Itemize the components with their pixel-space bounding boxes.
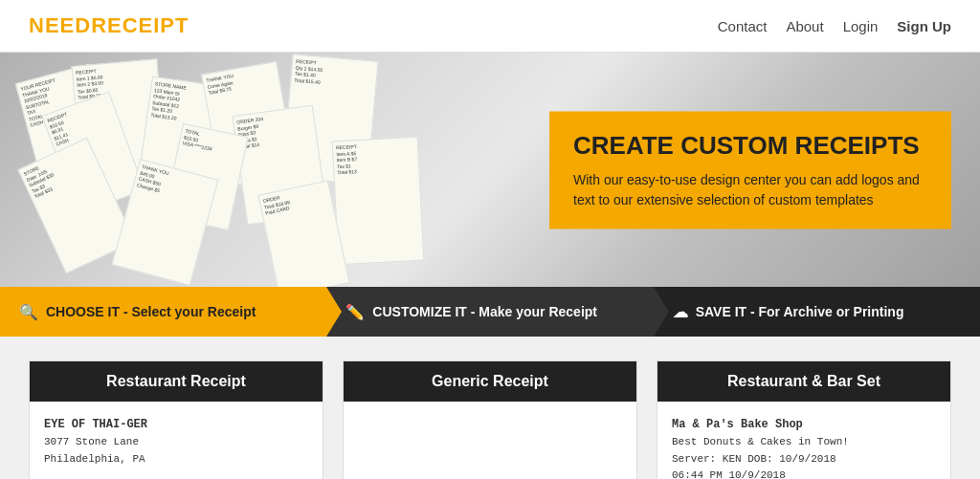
- nav-contact[interactable]: Contact: [718, 18, 768, 34]
- hero-title: CREATE CUSTOM RECEIPTS: [573, 130, 927, 160]
- card-bar-set-body: Ma & Pa's Bake Shop Best Donuts & Cakes …: [657, 402, 950, 479]
- step-save[interactable]: ☁ SAVE IT - For Archive or Printing: [654, 287, 980, 337]
- receipt-pile: YOUR RECEIPTTHANK YOU10/02/2018SUBTOTALT…: [0, 53, 588, 287]
- logo-part1: NEED: [29, 13, 91, 37]
- main-nav: Contact About Login Sign Up: [718, 18, 951, 34]
- card-bar-set-header: Restaurant & Bar Set: [657, 361, 950, 402]
- hero-subtitle: With our easy-to-use design center you c…: [573, 169, 927, 209]
- card-bar-set-content: Ma & Pa's Bake Shop Best Donuts & Cakes …: [672, 416, 936, 479]
- steps-bar: 🔍 CHOOSE IT - Select your Receipt ✏️ CUS…: [0, 287, 980, 337]
- bar-time: 06:44 PM 10/9/2018: [672, 469, 786, 479]
- cards-section: Restaurant Receipt EYE OF THAI-GER 3077 …: [0, 337, 980, 479]
- card-restaurant[interactable]: Restaurant Receipt EYE OF THAI-GER 3077 …: [29, 360, 323, 479]
- card-restaurant-content: EYE OF THAI-GER 3077 Stone Lane Philadel…: [44, 416, 308, 468]
- cloud-icon: ☁: [673, 303, 688, 321]
- search-icon: 🔍: [19, 303, 38, 321]
- nav-signup[interactable]: Sign Up: [897, 18, 951, 34]
- step-choose[interactable]: 🔍 CHOOSE IT - Select your Receipt: [0, 287, 326, 337]
- card-restaurant-body: EYE OF THAI-GER 3077 Stone Lane Philadel…: [30, 402, 323, 479]
- restaurant-name: EYE OF THAI-GER: [44, 418, 147, 431]
- bar-name: Ma & Pa's Bake Shop: [672, 418, 803, 431]
- edit-icon: ✏️: [345, 303, 365, 321]
- card-restaurant-header: Restaurant Receipt: [30, 361, 323, 402]
- card-generic-body: [344, 402, 636, 478]
- step-customize-label: CUSTOMIZE IT - Make your Receipt: [372, 304, 597, 319]
- nav-login[interactable]: Login: [843, 18, 879, 34]
- restaurant-city: Philadelphia, PA: [44, 453, 145, 465]
- step-customize[interactable]: ✏️ CUSTOMIZE IT - Make your Receipt: [326, 287, 653, 337]
- nav-about[interactable]: About: [786, 18, 823, 34]
- bar-tagline: Best Donuts & Cakes in Town!: [672, 436, 849, 447]
- card-bar-set[interactable]: Restaurant & Bar Set Ma & Pa's Bake Shop…: [657, 360, 951, 479]
- step-save-label: SAVE IT - For Archive or Printing: [696, 304, 904, 319]
- logo-part2: RECEIPT: [91, 13, 189, 37]
- step-choose-label: CHOOSE IT - Select your Receipt: [46, 304, 256, 319]
- hero-section: YOUR RECEIPTTHANK YOU10/02/2018SUBTOTALT…: [0, 53, 980, 287]
- logo: NEEDRECEIPT: [29, 13, 189, 38]
- receipt-decoration: RECEIPTItem A $5Item B $7Tax $1Total $13: [332, 137, 425, 266]
- restaurant-address: 3077 Stone Lane: [44, 436, 139, 447]
- card-generic[interactable]: Generic Receipt: [343, 360, 637, 479]
- hero-overlay: CREATE CUSTOM RECEIPTS With our easy-to-…: [549, 111, 951, 229]
- header: NEEDRECEIPT Contact About Login Sign Up: [0, 0, 980, 53]
- bar-server: Server: KEN DOB: 10/9/2018: [672, 453, 836, 465]
- card-generic-header: Generic Receipt: [344, 361, 636, 402]
